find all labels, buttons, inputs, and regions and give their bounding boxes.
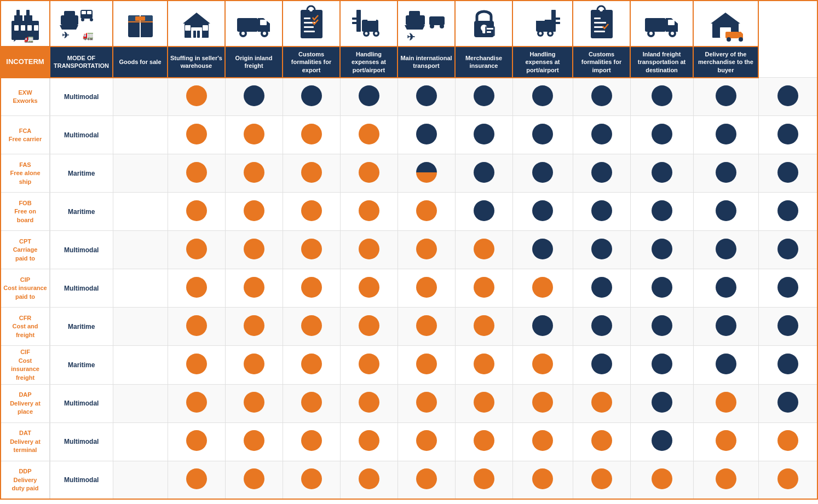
data-cell-inland_dest <box>693 384 758 422</box>
data-cell-goods <box>168 231 225 269</box>
data-cell-customs_export <box>340 346 398 385</box>
data-cell-main_transport <box>455 78 512 116</box>
data-cell-handling_origin <box>398 193 455 231</box>
transport-cell: Multimodal <box>50 78 113 116</box>
data-cell-transport <box>113 422 168 461</box>
dot-navy <box>474 162 494 183</box>
data-cell-inland_dest <box>693 308 758 346</box>
dot-orange <box>359 354 379 374</box>
dot-orange <box>186 468 207 489</box>
dot-orange <box>301 354 322 374</box>
main-transport-icon: ✈ <box>405 4 448 43</box>
data-cell-inland_dest <box>693 154 758 193</box>
svg-point-52 <box>365 32 368 35</box>
warehouse2-icon-cell <box>693 1 758 47</box>
data-cell-customs_import <box>630 154 693 193</box>
svg-text:✈: ✈ <box>407 32 415 43</box>
data-cell-customs_import <box>630 269 693 308</box>
svg-marker-58 <box>405 25 425 30</box>
data-cell-inland_dest <box>693 269 758 308</box>
dot-navy <box>301 85 322 106</box>
svg-rect-68 <box>487 31 491 33</box>
dot-navy <box>652 85 672 106</box>
data-cell-insurance <box>512 116 573 154</box>
dot-orange <box>244 392 264 413</box>
dot-orange <box>532 354 553 374</box>
data-cell-origin_inland <box>283 461 340 499</box>
dot-orange <box>716 392 736 413</box>
data-cell-handling_dest <box>573 422 630 461</box>
svg-rect-28 <box>191 27 202 38</box>
dot-orange <box>186 392 207 413</box>
dot-navy <box>591 239 612 259</box>
dot-navy <box>777 277 798 298</box>
incoterm-cell: DDP Delivery duty paid <box>1 461 50 499</box>
col-header-goods: Goods for sale <box>113 47 168 78</box>
dot-orange <box>359 277 379 298</box>
dot-orange <box>474 354 494 374</box>
dot-orange <box>301 430 322 451</box>
table-row: FAS Free alone shipMaritime <box>1 154 817 193</box>
table-body: EXW ExworksMultimodalFCA Free carrierMul… <box>1 78 817 500</box>
data-cell-handling_origin <box>398 78 455 116</box>
svg-rect-67 <box>487 28 493 30</box>
data-cell-handling_dest <box>573 269 630 308</box>
svg-rect-5 <box>27 25 32 31</box>
data-cell-goods <box>168 154 225 193</box>
col-header-transport: MODE OF TRANSPORTATION <box>50 47 113 78</box>
data-cell-main_transport <box>455 116 512 154</box>
dot-navy <box>416 85 437 106</box>
data-cell-goods <box>168 346 225 385</box>
dot-orange <box>416 239 437 259</box>
dot-navy <box>652 277 672 298</box>
transport-cell: Maritime <box>50 346 113 385</box>
svg-rect-30 <box>197 31 200 38</box>
goods-icon-cell <box>113 1 168 47</box>
data-cell-origin_inland <box>283 269 340 308</box>
incoterm-table: ✈ 🚛 <box>0 0 818 500</box>
dot-navy <box>532 85 553 106</box>
data-cell-stuffing <box>225 384 283 422</box>
data-cell-insurance <box>512 422 573 461</box>
data-cell-goods <box>168 422 225 461</box>
table-row: CPT Carriage paid toMultimodal <box>1 231 817 269</box>
customs-export-icon-cell <box>283 1 340 47</box>
col-header-customs-import: Customs formalities for import <box>573 47 630 78</box>
data-cell-customs_import <box>630 461 693 499</box>
dot-orange <box>716 430 736 451</box>
dot-navy <box>416 124 437 144</box>
icon-header-row: ✈ 🚛 <box>1 1 817 47</box>
dot-orange <box>359 162 379 183</box>
data-cell-customs_import <box>630 422 693 461</box>
incoterm-cell: CIP Cost insurance paid to <box>1 269 50 308</box>
data-cell-delivery <box>758 384 817 422</box>
table-row: DAT Delivery at terminalMultimodal <box>1 422 817 461</box>
table-row: CIF Cost insurance freightMaritime <box>1 346 817 385</box>
data-cell-inland_dest <box>693 78 758 116</box>
data-cell-goods <box>168 78 225 116</box>
dot-navy <box>591 354 612 374</box>
dot-orange <box>416 468 437 489</box>
dot-mixed <box>416 162 437 183</box>
table-row: DAP Delivery at placeMultimodal <box>1 384 817 422</box>
data-cell-origin_inland <box>283 78 340 116</box>
data-cell-delivery <box>758 461 817 499</box>
data-cell-inland_dest <box>693 193 758 231</box>
data-cell-handling_origin <box>398 346 455 385</box>
dot-navy <box>244 85 264 106</box>
data-cell-delivery <box>758 231 817 269</box>
dot-navy <box>652 354 672 374</box>
table-row: CIP Cost insurance paid toMultimodal <box>1 269 817 308</box>
dot-navy <box>716 162 736 183</box>
data-cell-delivery <box>758 78 817 116</box>
col-header-delivery: Delivery of the merchandise to the buyer <box>693 47 758 78</box>
svg-rect-29 <box>193 31 196 38</box>
data-cell-customs_export <box>340 269 398 308</box>
dot-orange <box>301 468 322 489</box>
data-cell-insurance <box>512 308 573 346</box>
dot-orange <box>186 277 207 298</box>
warehouse-icon-cell <box>168 1 225 47</box>
dot-orange <box>359 392 379 413</box>
dot-navy <box>532 124 553 144</box>
dot-orange <box>359 468 379 489</box>
